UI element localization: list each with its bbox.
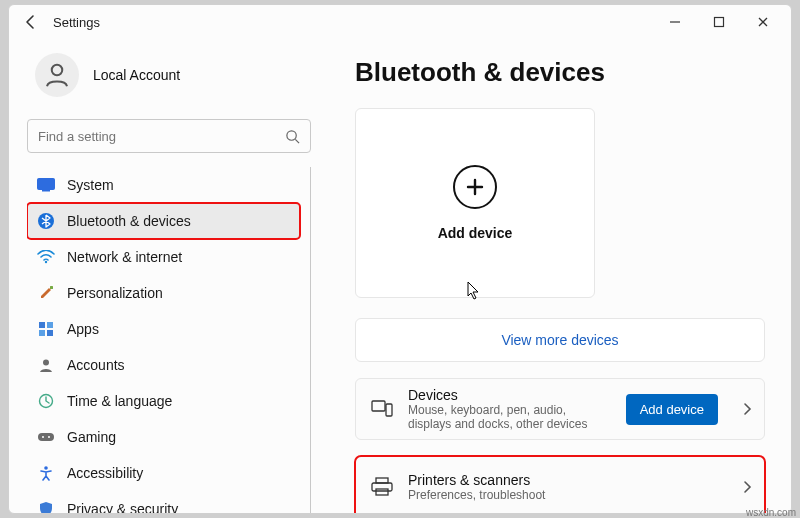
plus-icon [453, 165, 497, 209]
nav-label: Accessibility [67, 465, 143, 481]
main-panel: Bluetooth & devices Add device View more… [329, 39, 791, 513]
avatar-icon [35, 53, 79, 97]
gaming-icon [37, 428, 55, 446]
maximize-button[interactable] [697, 7, 741, 37]
nav-apps[interactable]: Apps [27, 311, 300, 347]
nav-privacy[interactable]: Privacy & security [27, 491, 300, 513]
svg-rect-16 [38, 433, 54, 441]
svg-point-18 [48, 436, 50, 438]
svg-rect-5 [38, 179, 55, 190]
svg-point-19 [44, 466, 48, 470]
add-device-tile[interactable]: Add device [355, 108, 595, 298]
bluetooth-icon [37, 212, 55, 230]
nav-label: Gaming [67, 429, 116, 445]
nav-network[interactable]: Network & internet [27, 239, 300, 275]
nav-accounts[interactable]: Accounts [27, 347, 300, 383]
nav-list: System Bluetooth & devices Network & int… [27, 167, 311, 513]
view-more-devices-button[interactable]: View more devices [355, 318, 765, 362]
printer-icon [370, 475, 394, 499]
nav-label: Network & internet [67, 249, 182, 265]
chevron-right-icon [742, 402, 752, 416]
svg-point-17 [42, 436, 44, 438]
nav-system[interactable]: System [27, 167, 300, 203]
svg-rect-24 [376, 489, 388, 495]
printers-title: Printers & scanners [408, 472, 728, 488]
clock-icon [37, 392, 55, 410]
svg-rect-21 [386, 404, 392, 416]
devices-title: Devices [408, 387, 612, 403]
system-icon [37, 176, 55, 194]
svg-rect-11 [47, 322, 53, 328]
nav-accessibility[interactable]: Accessibility [27, 455, 300, 491]
chevron-right-icon [742, 480, 752, 494]
printers-scanners-row[interactable]: Printers & scanners Preferences, trouble… [355, 456, 765, 513]
add-device-button[interactable]: Add device [626, 394, 718, 425]
devices-subtitle: Mouse, keyboard, pen, audio, displays an… [408, 403, 612, 431]
svg-point-8 [45, 261, 47, 263]
search-input[interactable] [38, 129, 285, 144]
svg-point-3 [287, 130, 296, 139]
nav-time-language[interactable]: Time & language [27, 383, 300, 419]
nav-label: Bluetooth & devices [67, 213, 191, 229]
watermark: wsxdn.com [746, 507, 796, 518]
nav-label: Accounts [67, 357, 125, 373]
nav-label: Privacy & security [67, 501, 178, 513]
svg-rect-12 [39, 330, 45, 336]
nav-label: Apps [67, 321, 99, 337]
add-device-label: Add device [438, 225, 513, 241]
settings-window: Settings Local Account [8, 4, 792, 514]
window-title: Settings [53, 15, 100, 30]
accounts-icon [37, 356, 55, 374]
printers-subtitle: Preferences, troubleshoot [408, 488, 728, 502]
user-name: Local Account [93, 67, 180, 83]
svg-rect-1 [715, 18, 724, 27]
devices-icon [370, 397, 394, 421]
nav-label: Time & language [67, 393, 172, 409]
nav-label: System [67, 177, 114, 193]
svg-rect-23 [372, 483, 392, 491]
search-box[interactable] [27, 119, 311, 153]
svg-point-14 [43, 360, 49, 366]
devices-row[interactable]: Devices Mouse, keyboard, pen, audio, dis… [355, 378, 765, 440]
back-button[interactable] [19, 10, 43, 34]
nav-personalization[interactable]: Personalization [27, 275, 300, 311]
nav-label: Personalization [67, 285, 163, 301]
brush-icon [37, 284, 55, 302]
svg-rect-22 [376, 478, 388, 483]
wifi-icon [37, 248, 55, 266]
svg-line-4 [295, 139, 299, 143]
accessibility-icon [37, 464, 55, 482]
content-area: Local Account System Bluetooth & devices [9, 39, 791, 513]
svg-point-2 [52, 65, 63, 76]
close-button[interactable] [741, 7, 785, 37]
nav-bluetooth-devices[interactable]: Bluetooth & devices [27, 203, 300, 239]
svg-rect-20 [372, 401, 385, 411]
search-icon [285, 129, 300, 144]
sidebar: Local Account System Bluetooth & devices [9, 39, 329, 513]
shield-icon [37, 500, 55, 513]
apps-icon [37, 320, 55, 338]
page-heading: Bluetooth & devices [355, 57, 765, 88]
svg-rect-6 [42, 190, 50, 192]
svg-rect-10 [39, 322, 45, 328]
svg-rect-9 [50, 286, 53, 289]
user-account-row[interactable]: Local Account [27, 39, 311, 119]
nav-gaming[interactable]: Gaming [27, 419, 300, 455]
titlebar: Settings [9, 5, 791, 39]
svg-rect-13 [47, 330, 53, 336]
minimize-button[interactable] [653, 7, 697, 37]
